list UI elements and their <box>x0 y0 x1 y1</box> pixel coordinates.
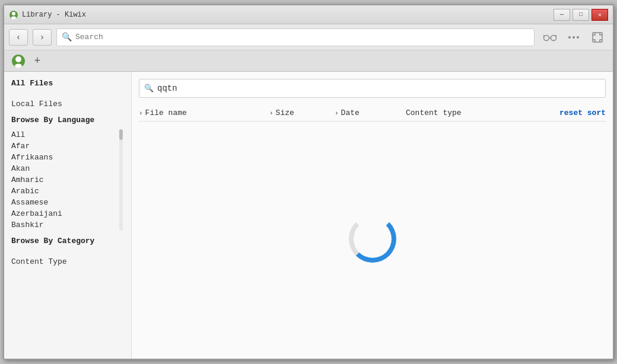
col-filename-header[interactable]: › File name <box>139 108 269 117</box>
right-panel: 🔍 › File name › Size › Date Content <box>132 72 613 359</box>
fullscreen-button[interactable] <box>587 29 608 46</box>
svg-point-13 <box>15 56 21 62</box>
filename-sort-arrow: › <box>139 110 143 117</box>
size-sort-arrow: › <box>269 110 273 117</box>
title-bar: Library - Kiwix — □ ✕ <box>4 5 613 24</box>
more-options-button[interactable] <box>563 29 584 46</box>
app-icon <box>9 10 18 20</box>
nav-bar: ‹ › 🔍 <box>4 24 613 50</box>
col-content-type-label: Content type <box>406 108 462 117</box>
col-size-label: Size <box>276 108 294 117</box>
svg-rect-11 <box>593 33 602 42</box>
col-date-header[interactable]: › Date <box>335 108 406 117</box>
filter-search-icon: 🔍 <box>144 84 154 93</box>
svg-point-2 <box>11 16 16 19</box>
table-header: › File name › Size › Date Content type r… <box>139 105 606 122</box>
main-window: Library - Kiwix — □ ✕ ‹ › 🔍 <box>3 4 614 360</box>
filter-bar: 🔍 <box>139 79 606 98</box>
browse-by-language-title: Browse By Language <box>11 116 124 124</box>
lang-akan[interactable]: Akan <box>11 163 124 174</box>
browse-by-category-title: Browse By Category <box>11 237 124 245</box>
nav-icons <box>539 29 608 46</box>
close-button[interactable]: ✕ <box>591 9 608 21</box>
lang-bashkir[interactable]: Bashkir <box>11 219 124 231</box>
col-filename-label: File name <box>145 108 187 117</box>
add-tab-button[interactable]: + <box>30 54 44 68</box>
loading-spinner <box>349 215 396 263</box>
reset-sort-button[interactable]: reset sort <box>559 108 606 117</box>
svg-point-10 <box>577 36 579 39</box>
loading-container <box>139 126 606 352</box>
scrollbar-thumb[interactable] <box>119 129 123 140</box>
window-controls: — □ ✕ <box>554 9 608 21</box>
glasses-icon-button[interactable] <box>539 29 561 46</box>
sidebar: All Files Local Files Browse By Language… <box>4 72 132 359</box>
search-icon: 🔍 <box>62 32 72 42</box>
col-date-label: Date <box>341 108 360 117</box>
svg-point-8 <box>568 36 571 39</box>
forward-button[interactable]: › <box>33 29 52 46</box>
search-bar: 🔍 <box>56 28 535 46</box>
filter-input[interactable] <box>157 84 600 93</box>
local-files-item[interactable]: Local Files <box>11 98 124 110</box>
minimize-button[interactable]: — <box>554 9 570 21</box>
search-input[interactable] <box>75 33 529 41</box>
lang-afrikaans[interactable]: Afrikaans <box>11 152 124 163</box>
lang-afar[interactable]: Afar <box>11 141 124 152</box>
lang-azerbaijani[interactable]: Azerbaijani <box>11 208 124 219</box>
back-button[interactable]: ‹ <box>9 29 28 46</box>
scrollbar-track <box>119 129 123 231</box>
all-files-title[interactable]: All Files <box>11 79 124 88</box>
main-content: All Files Local Files Browse By Language… <box>4 72 613 359</box>
svg-point-1 <box>12 12 15 15</box>
language-list: All Afar Afrikaans Akan Amharic Arabic A… <box>11 129 124 231</box>
col-content-type-header: Content type <box>406 108 559 117</box>
date-sort-arrow: › <box>335 110 339 117</box>
col-size-header[interactable]: › Size <box>269 108 335 117</box>
svg-point-3 <box>544 35 549 40</box>
tab-bar: + <box>4 50 613 72</box>
lang-assamese[interactable]: Assamese <box>11 197 124 208</box>
lang-amharic[interactable]: Amharic <box>11 174 124 186</box>
svg-point-4 <box>551 35 556 40</box>
lang-arabic[interactable]: Arabic <box>11 186 124 197</box>
svg-point-9 <box>573 36 575 39</box>
window-title: Library - Kiwix <box>22 11 554 19</box>
lang-all[interactable]: All <box>11 129 124 141</box>
maximize-button[interactable]: □ <box>573 9 589 21</box>
content-type-item[interactable]: Content Type <box>11 256 124 267</box>
kiwix-tab[interactable] <box>9 53 28 69</box>
svg-point-14 <box>15 63 22 68</box>
